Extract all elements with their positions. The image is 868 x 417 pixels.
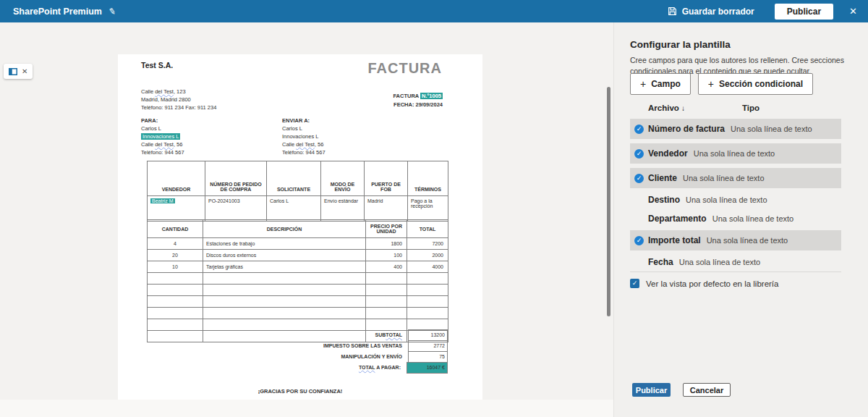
bill-to-lines: Carlos LInnovaciones LCalle del Test, 56…	[141, 125, 184, 157]
totals-label: IMPUESTO SOBRE LAS VENTAS	[147, 340, 408, 352]
order-table-header-row: VENDEDORNÚMERO DE PEDIDO DE COMPRASOLICI…	[148, 161, 448, 196]
publish-button[interactable]: Publicar	[632, 383, 671, 397]
field-selected-check-icon: ✓	[634, 149, 644, 159]
order-cell: PO-20241003	[205, 196, 267, 222]
items-header-cell: CANTIDAD	[148, 220, 203, 238]
items-row: 10Tarjetas gráficas4004000	[148, 261, 448, 273]
company-address: Calle del Test, 123Madrid, Madrid 2800Te…	[141, 88, 216, 112]
invoice-number-line: FACTURA N.º1005	[393, 92, 443, 101]
preview-scrollbar[interactable]	[607, 87, 610, 316]
totals-value-field[interactable]: 16047 €	[407, 362, 448, 374]
items-empty-cell	[148, 273, 203, 285]
column-header-file[interactable]: Archivo ↓	[648, 104, 685, 112]
invoice-number-label: FACTURA	[393, 93, 420, 99]
side-panel-icon[interactable]	[9, 68, 17, 75]
items-cell: 10	[148, 261, 203, 273]
invoice-title: FACTURA	[367, 60, 442, 77]
items-header-cell: DESCRIPCIÓN	[203, 220, 366, 238]
items-table-header-row: CANTIDADDESCRIPCIÓNPRECIO POR UNIDADTOTA…	[148, 220, 448, 238]
items-cell: 20	[148, 250, 203, 261]
edit-pencil-icon[interactable]: ✎	[108, 6, 116, 17]
save-icon	[668, 7, 677, 16]
items-cell: 7200	[407, 238, 448, 250]
totals-label: MANIPULACIÓN Y ENVÍO	[147, 351, 408, 363]
items-empty-cell	[148, 285, 203, 296]
add-field-button[interactable]: + Campo	[630, 73, 691, 95]
field-row[interactable]: ✓VendedorUna sola línea de texto	[630, 143, 841, 164]
items-empty-row	[148, 296, 448, 308]
field-name: Importe total	[648, 235, 701, 245]
company-name: Test S.A.	[141, 61, 173, 70]
items-empty-cell	[203, 285, 366, 296]
totals-section: SUBTOTAL13200IMPUESTO SOBRE LAS VENTAS27…	[147, 330, 448, 374]
field-row[interactable]: ✓Importe totalUna sola línea de texto	[630, 230, 841, 250]
field-type: Una sola línea de texto	[712, 214, 794, 223]
field-row[interactable]: ✓ClienteUna sola línea de texto	[630, 168, 841, 188]
totals-row: TOTAL A PAGAR:16047 €	[147, 362, 448, 374]
default-view-toggle[interactable]: ✓ Ver la vista por defecto en la librerí…	[630, 279, 778, 288]
default-view-label: Ver la vista por defecto en la librería	[646, 279, 778, 288]
field-row[interactable]: DepartamentoUna sola línea de texto	[630, 209, 841, 228]
invoice-document-page: Test S.A. FACTURA Calle del Test, 123Mad…	[118, 54, 482, 400]
bill-to-block: PARA: Carlos LInnovaciones LCalle del Te…	[141, 117, 184, 156]
field-type: Una sola línea de texto	[686, 195, 767, 204]
order-table-data-row: Beatriz MPO-20241003Carlos LEnvío estánd…	[148, 196, 448, 222]
totals-value: 75	[408, 351, 448, 363]
template-field[interactable]: Beatriz M	[150, 198, 175, 203]
items-empty-cell	[203, 296, 366, 308]
items-row: 20Discos duros externos1002000	[148, 250, 448, 261]
order-cell: Beatriz M	[148, 196, 205, 222]
invoice-number-field[interactable]: N.º1005	[420, 93, 443, 99]
bill-to-line: Calle del Test, 56	[141, 141, 184, 149]
totals-row: MANIPULACIÓN Y ENVÍO75	[147, 351, 448, 363]
field-type: Una sola línea de texto	[683, 174, 765, 182]
field-name: Destino	[648, 195, 680, 205]
sort-descending-icon: ↓	[681, 104, 685, 112]
publish-button-top[interactable]: Publicar	[775, 4, 833, 20]
items-cell: 2000	[407, 250, 448, 261]
invoice-meta: FACTURA N.º1005 FECHA: 29/09/2024	[393, 92, 443, 109]
order-cell: Madrid	[365, 196, 408, 222]
topbar-actions: Guardar borrador Publicar ✕	[668, 4, 868, 20]
field-row[interactable]: FechaUna sola línea de texto	[630, 253, 841, 271]
items-header-cell: TOTAL	[407, 220, 448, 238]
items-empty-cell	[203, 273, 366, 285]
totals-row: SUBTOTAL13200	[147, 329, 448, 341]
items-empty-row	[148, 285, 448, 296]
totals-row: IMPUESTO SOBRE LAS VENTAS2772	[147, 340, 448, 352]
items-table: CANTIDADDESCRIPCIÓNPRECIO POR UNIDADTOTA…	[147, 219, 448, 342]
bill-to-line: Innovaciones L	[141, 133, 184, 141]
save-draft-button[interactable]: Guardar borrador	[668, 7, 754, 17]
field-selected-check-icon: ✓	[634, 125, 644, 134]
address-line: Madrid, Madrid 2800	[141, 96, 216, 104]
field-selected-check-icon: ✓	[634, 236, 644, 245]
plus-icon: +	[708, 78, 714, 90]
panel-action-buttons: + Campo + Sección condicional	[630, 73, 813, 95]
template-field[interactable]: Innovaciones L	[141, 133, 180, 140]
items-cell: Tarjetas gráficas	[203, 261, 366, 273]
order-info-table: VENDEDORNÚMERO DE PEDIDO DE COMPRASOLICI…	[147, 161, 448, 222]
cancel-button[interactable]: Cancelar	[683, 383, 731, 397]
order-cell: Pago a la recepción	[408, 196, 448, 222]
items-empty-row	[148, 273, 448, 285]
field-row[interactable]: DestinoUna sola línea de texto	[630, 190, 841, 209]
field-name: Vendedor	[648, 148, 688, 159]
items-cell: Estaciones de trabajo	[203, 238, 366, 250]
items-empty-cell	[366, 308, 407, 319]
field-selected-check-icon: ✓	[634, 174, 644, 183]
invoice-date-line: FECHA: 29/09/2024	[393, 101, 443, 109]
save-draft-label: Guardar borrador	[682, 7, 754, 17]
panel-title: Configurar la plantilla	[630, 39, 731, 50]
preview-close-icon[interactable]: ✕	[22, 68, 27, 75]
field-type: Una sola línea de texto	[707, 236, 788, 245]
order-header-cell: PUERTO DE FOB	[365, 161, 408, 196]
plus-icon: +	[640, 78, 646, 90]
field-type: Una sola línea de texto	[679, 258, 761, 266]
add-conditional-section-button[interactable]: + Sección condicional	[698, 73, 813, 95]
close-icon[interactable]: ✕	[849, 6, 857, 17]
field-row[interactable]: ✓Número de facturaUna sola línea de text…	[630, 119, 841, 139]
top-bar: SharePoint Premium ✎ Guardar borrador Pu…	[0, 0, 868, 22]
totals-label: SUBTOTAL	[147, 329, 408, 341]
default-view-checkbox[interactable]: ✓	[630, 279, 639, 288]
items-empty-cell	[407, 273, 448, 285]
